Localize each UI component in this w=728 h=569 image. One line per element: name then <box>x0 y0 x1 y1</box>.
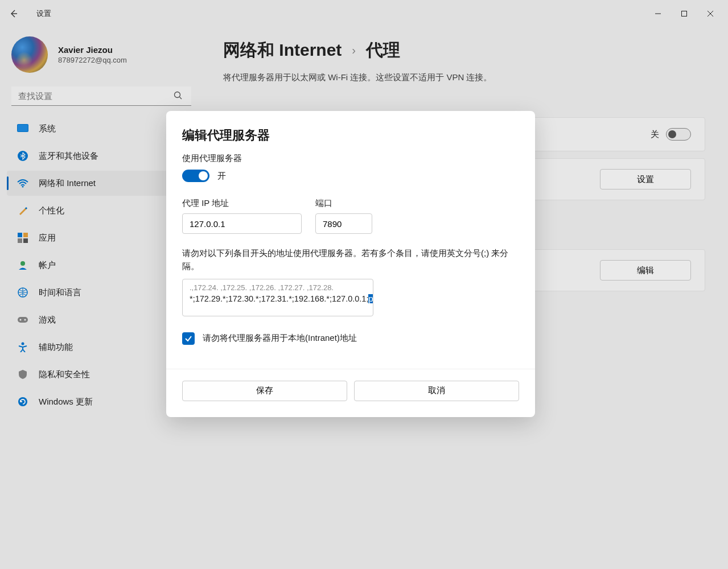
use-proxy-label: 使用代理服务器 <box>182 153 519 164</box>
exceptions-selected-text: pypi.tuna.tsinghua.edu.cn <box>368 294 373 303</box>
toggle-state-label: 开 <box>217 171 226 182</box>
edit-proxy-dialog: 编辑代理服务器 使用代理服务器 开 代理 IP 地址 端口 请勿对以下列条目开头… <box>166 111 535 417</box>
check-icon <box>184 335 192 343</box>
ip-label: 代理 IP 地址 <box>182 198 302 209</box>
proxy-port-input[interactable] <box>315 213 372 234</box>
use-proxy-toggle[interactable] <box>182 170 209 182</box>
bypass-local-label: 请勿将代理服务器用于本地(Intranet)地址 <box>203 333 357 344</box>
proxy-ip-input[interactable] <box>182 213 302 234</box>
bypass-local-checkbox[interactable] <box>182 332 195 345</box>
exceptions-textarea[interactable]: .,172.24. ,172.25. ,172.26. ,172.27. ,17… <box>182 279 373 316</box>
port-label: 端口 <box>315 198 372 209</box>
cancel-button[interactable]: 取消 <box>354 381 519 401</box>
save-button[interactable]: 保存 <box>182 381 347 401</box>
dialog-title: 编辑代理服务器 <box>182 127 519 144</box>
exceptions-help: 请勿对以下列条目开头的地址使用代理服务器。若有多个条目，请使用英文分号(;) 来… <box>182 246 519 273</box>
exceptions-prefix: *;172.29.*;172.30.*;172.31.*;192.168.*;1… <box>190 294 368 303</box>
